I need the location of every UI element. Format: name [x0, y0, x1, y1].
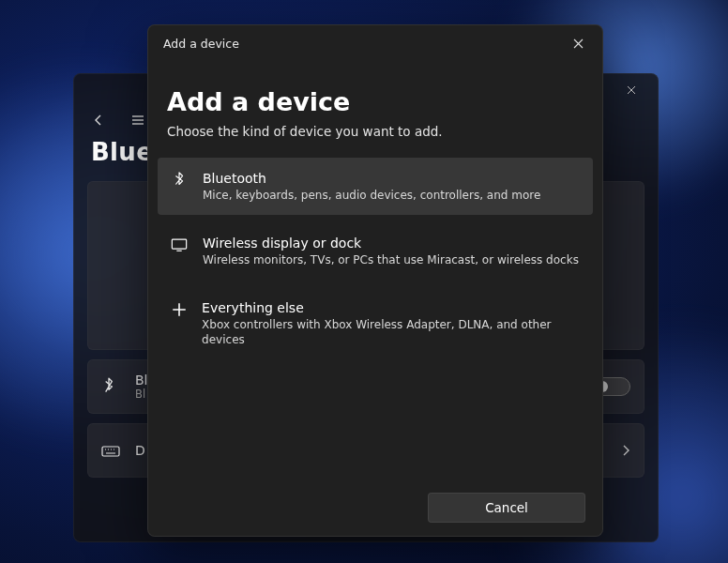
devices-row-label: D — [135, 443, 145, 458]
dialog-heading: Add a device — [148, 61, 602, 122]
dialog-titlebar-text: Add a device — [148, 25, 602, 61]
option-desc: Mice, keyboards, pens, audio devices, co… — [203, 188, 540, 203]
svg-rect-1 — [102, 447, 119, 456]
bluetooth-icon — [101, 377, 122, 396]
bluetooth-icon — [169, 170, 190, 189]
option-title: Everything else — [202, 299, 582, 316]
display-icon — [169, 235, 190, 253]
option-title: Bluetooth — [203, 170, 540, 187]
bluetooth-row-label: Bl — [135, 373, 148, 388]
cancel-button-label: Cancel — [485, 500, 528, 515]
close-dialog-button[interactable] — [559, 29, 597, 57]
option-wireless-display[interactable]: Wireless display or dock Wireless monito… — [158, 222, 593, 280]
dialog-subtitle: Choose the kind of device you want to ad… — [148, 122, 602, 154]
option-everything-else[interactable]: Everything else Xbox controllers with Xb… — [158, 287, 593, 359]
option-desc: Xbox controllers with Xbox Wireless Adap… — [202, 317, 582, 347]
svg-rect-2 — [172, 239, 186, 249]
chevron-right-icon — [621, 445, 630, 456]
keyboard-icon — [101, 444, 122, 457]
close-window-button[interactable] — [611, 76, 652, 104]
option-bluetooth[interactable]: Bluetooth Mice, keyboards, pens, audio d… — [158, 158, 593, 215]
cancel-button[interactable]: Cancel — [428, 493, 585, 523]
option-desc: Wireless monitors, TVs, or PCs that use … — [203, 252, 579, 267]
add-device-dialog: Add a device Add a device Choose the kin… — [147, 24, 603, 537]
option-title: Wireless display or dock — [203, 235, 579, 251]
bluetooth-row-sublabel: Bl — [135, 388, 148, 401]
plus-icon — [169, 299, 189, 318]
back-button[interactable] — [85, 107, 112, 133]
